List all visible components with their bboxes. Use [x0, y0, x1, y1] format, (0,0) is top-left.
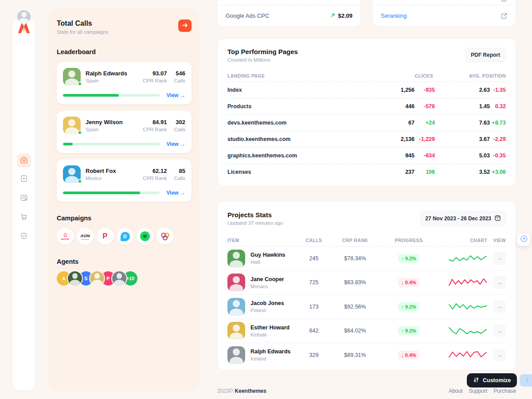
- keenthemes-link[interactable]: Keenthemes: [235, 388, 266, 394]
- external-link-icon[interactable]: [501, 0, 508, 4]
- table-header: ITEM CALLS CRP RANK PROGRESS CHART VIEW: [227, 235, 506, 246]
- spotify-icon[interactable]: [137, 228, 153, 245]
- calls-label: Calls: [174, 127, 185, 132]
- crp-rank-value: $89.31%: [329, 352, 381, 358]
- agent-photo-avatar[interactable]: [90, 271, 104, 286]
- table-row[interactable]: Ralph Edwards Iceland 329 $89.31% ↓ 0.4%…: [227, 343, 506, 367]
- table-row[interactable]: devs.keenthemes.com 67 +24 7.63 +8.73: [227, 114, 506, 131]
- footer-link-about[interactable]: About: [449, 388, 462, 394]
- progress-bar: [63, 192, 160, 194]
- campaigns-heading: Campaigns: [57, 215, 192, 222]
- crp-rank-value: $78.34%: [329, 255, 381, 262]
- agent-country: Spain: [86, 127, 123, 132]
- sidebar-item-reports[interactable]: [17, 192, 31, 206]
- crp-rank-value: $63.83%: [329, 279, 381, 286]
- footer-link-purchase[interactable]: Purchase: [493, 388, 516, 394]
- chart-gear-icon: [20, 193, 28, 204]
- avatar: [227, 250, 245, 267]
- seranking-link[interactable]: Seranking: [381, 12, 407, 19]
- agent-country: Spain: [86, 78, 127, 83]
- row-view-button[interactable]: →: [493, 276, 506, 289]
- online-status-dot: [78, 82, 82, 86]
- aon-icon[interactable]: AON: [77, 228, 94, 245]
- agents-heading: Agents: [57, 258, 192, 265]
- footer-link-support[interactable]: Support: [469, 388, 487, 394]
- home-icon: [20, 155, 28, 166]
- view-link[interactable]: View →: [167, 190, 185, 196]
- sparkline-chart: [437, 325, 487, 336]
- help-icon: ?: [520, 235, 528, 244]
- sidebar-item-store[interactable]: [17, 211, 31, 225]
- arrow-right-icon: [182, 23, 188, 29]
- agent-name: Robert Fox: [86, 168, 116, 174]
- trend-up-icon: [330, 12, 335, 19]
- projects-stats-card: Projects Stats Updated 37 minutes ago 27…: [217, 201, 516, 370]
- row-view-button[interactable]: →: [493, 301, 506, 313]
- calendar-icon: [494, 215, 501, 223]
- svg-text:?: ?: [522, 237, 524, 241]
- table-row[interactable]: Esther Howard Kiribatir 642 $64.02% ↑ 9.…: [227, 319, 506, 343]
- calls-label: Calls: [174, 78, 185, 83]
- row-view-button[interactable]: →: [493, 252, 506, 265]
- metronic-logo: [17, 22, 31, 35]
- table-row[interactable]: Jacob Jones Poland 173 $92.56% ↑ 9.2% →: [227, 294, 506, 319]
- calls-value: 302: [174, 119, 185, 125]
- card-subtitle: Updated 37 minutes ago: [227, 220, 283, 226]
- avatar: [227, 346, 245, 364]
- calls-value: 173: [298, 304, 329, 310]
- sparkline-chart: [437, 349, 487, 361]
- agents-avatar-stack: A S P +10: [57, 271, 192, 286]
- view-link[interactable]: View →: [167, 92, 185, 98]
- view-link[interactable]: View →: [167, 141, 185, 147]
- airbnb-icon[interactable]: airbnb: [57, 228, 74, 245]
- avatar: [227, 274, 245, 291]
- card-title: Top Performing Pages: [227, 48, 298, 55]
- cpr-rank-label: CPR Rank: [143, 78, 167, 83]
- column-view: VIEW: [487, 238, 506, 243]
- progress-badge: ↓ 0.4%: [398, 278, 419, 287]
- sidebar-item-home[interactable]: [17, 153, 31, 168]
- calls-value: 642: [298, 328, 329, 334]
- table-row[interactable]: Jane Cooper Monaco 725 $63.83% ↓ 0.4% →: [227, 270, 506, 295]
- rings-icon[interactable]: [156, 228, 173, 245]
- customize-button[interactable]: Customize: [467, 373, 517, 387]
- progress-bar: [63, 143, 160, 145]
- sidebar-nav: [12, 153, 35, 244]
- sparkline-chart: [437, 253, 487, 264]
- sidebar-item-security[interactable]: [17, 230, 31, 244]
- table-row[interactable]: Licenses 237 106 3.52 +3.06: [227, 164, 506, 180]
- row-view-button[interactable]: →: [493, 349, 506, 361]
- table-row[interactable]: Guy Hawkins Haiti 245 $78.34% ↑ 9.2% →: [227, 246, 506, 270]
- table-row[interactable]: studio.keenthemes.com 2,136 -1,229 3.67 …: [227, 131, 506, 147]
- column-landing-page: LANDING PAGE: [227, 73, 383, 78]
- help-button[interactable]: ?: [517, 233, 530, 246]
- agent-photo-avatar[interactable]: [112, 271, 126, 286]
- icon-sidebar: [12, 18, 35, 391]
- external-link-icon[interactable]: [501, 12, 508, 20]
- cpr-rank-label: CPR Rank: [143, 127, 167, 132]
- agent-name: Ralph Edwards: [86, 70, 127, 77]
- metric-label: Google Ads CPC: [226, 12, 269, 19]
- date-range-button[interactable]: 27 Nov 2023 - 26 Dec 2023: [420, 211, 506, 226]
- metric-value: $2.09: [338, 12, 352, 19]
- crp-rank-value: $92.56%: [329, 304, 381, 310]
- expand-stats-button[interactable]: [178, 20, 192, 32]
- user-avatar[interactable]: [17, 10, 31, 23]
- table-row[interactable]: graphics.keenthemes.com 945 -634 5.03 -0…: [227, 147, 506, 164]
- progress-bar: [63, 94, 160, 97]
- cpr-rank-label: CPR Rank: [143, 176, 167, 181]
- table-row[interactable]: Products 446 -576 1.45 0.32: [227, 98, 506, 114]
- agent-country: Mexico: [86, 176, 116, 181]
- p-brand-icon[interactable]: P: [97, 228, 113, 245]
- agent-photo-avatar[interactable]: [68, 271, 82, 286]
- d-bubble-icon[interactable]: D: [117, 228, 133, 245]
- row-view-button[interactable]: →: [493, 325, 506, 337]
- calls-value: 329: [298, 352, 329, 358]
- sidebar-item-files[interactable]: [17, 172, 31, 187]
- top-performing-pages-card: Top Performing Pages Counted in Millions…: [217, 38, 516, 186]
- scroll-to-top-button[interactable]: ↑: [520, 374, 532, 387]
- table-row[interactable]: Index 1,256 -935 2.63 -1.35: [227, 82, 506, 98]
- online-status-dot: [78, 179, 82, 184]
- pdf-report-button[interactable]: PDF Report: [465, 48, 506, 62]
- card-subtitle: Counted in Millions: [227, 57, 298, 63]
